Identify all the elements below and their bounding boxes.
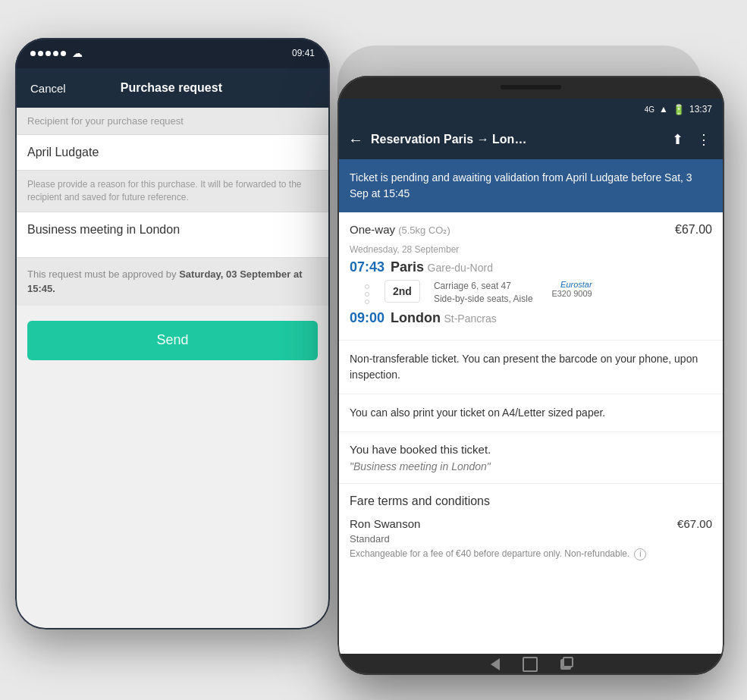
ticket-price: €67.00: [675, 223, 712, 237]
nav-recents-icon[interactable]: [563, 657, 573, 667]
fare-terms-text: Exchangeable for a fee of €40 before dep…: [350, 548, 629, 560]
share-button[interactable]: ⬆: [669, 131, 686, 148]
passenger-row: Ron Swanson €67.00: [350, 517, 712, 530]
journey-dot-2: [365, 292, 369, 297]
phone-right-time: 13:37: [689, 104, 712, 115]
arrival-station-sub: St-Pancras: [444, 312, 496, 325]
phone-right-status-bar: 4G ▲ 🔋 13:37: [337, 99, 724, 120]
arrival-row: 09:00 London St-Pancras: [350, 310, 712, 326]
phone-right: 4G ▲ 🔋 13:37 ← Reservation Paris → Lon… …: [337, 76, 724, 675]
non-transferable-text: Non-transferable ticket. You can present…: [350, 351, 712, 383]
ticket-section: One-way (5.5kg CO₂) €67.00 Wednesday, 28…: [337, 212, 724, 341]
network-indicator: 4G: [645, 105, 654, 114]
fare-terms-row: Exchangeable for a fee of €40 before dep…: [350, 548, 712, 560]
phone-left: ☁ 09:41 Cancel Purchase request Recipien…: [15, 38, 330, 629]
non-transferable-info: Non-transferable ticket. You can present…: [337, 341, 724, 394]
travel-date: Wednesday, 28 September: [350, 244, 712, 255]
co2-label: (5.5kg CO₂): [398, 224, 450, 236]
speaker-grill: [501, 85, 561, 89]
journey-dot-1: [365, 284, 369, 289]
signal-icon: ▲: [659, 104, 668, 115]
journey-dots: [350, 280, 384, 306]
seat-info: 2nd Carriage 6, seat 47 Side-by-side sea…: [384, 280, 592, 306]
nav-back-icon[interactable]: [491, 658, 500, 670]
seat-detail-2: Side-by-side seats, Aisle: [434, 293, 533, 306]
seat-details: Carriage 6, seat 47 Side-by-side seats, …: [434, 280, 533, 306]
phone-right-content: Ticket is pending and awaiting validatio…: [337, 159, 724, 654]
fare-section: Fare terms and conditions Ron Swanson €6…: [337, 484, 724, 571]
reservation-title: Reservation Paris → Lon…: [371, 133, 661, 146]
arrival-time: 09:00: [350, 310, 384, 326]
seat-class: 2nd: [393, 285, 412, 297]
seat-detail-1: Carriage 6, seat 47: [434, 280, 533, 293]
booking-reason: "Business meeting in London": [350, 460, 712, 472]
train-brand: Eurostar: [539, 280, 592, 289]
train-logo: Eurostar E320 9009: [539, 280, 592, 298]
fare-section-title: Fare terms and conditions: [350, 494, 712, 508]
back-button[interactable]: ←: [348, 131, 363, 149]
phone-right-nav-bar: ← Reservation Paris → Lon… ⬆ ⋮: [337, 120, 724, 159]
fare-price: €67.00: [677, 517, 712, 530]
arrival-station: London: [391, 310, 441, 325]
print-text: You can also print your ticket on A4/Let…: [350, 405, 712, 421]
battery-icon: 🔋: [673, 104, 685, 115]
info-icon[interactable]: i: [634, 548, 646, 560]
departure-station-sub: Gare-du-Nord: [428, 262, 493, 274]
print-info: You can also print your ticket on A4/Let…: [337, 394, 724, 432]
departure-time: 07:43: [350, 259, 384, 275]
journey-details: 2nd Carriage 6, seat 47 Side-by-side sea…: [350, 280, 712, 306]
ticket-type: One-way (5.5kg CO₂): [350, 223, 450, 236]
journey-dot-3: [365, 300, 369, 304]
pending-notice: Ticket is pending and awaiting validatio…: [337, 159, 724, 212]
departure-row: 07:43 Paris Gare-du-Nord: [350, 259, 712, 275]
passenger-name: Ron Swanson: [350, 517, 420, 530]
seat-class-box: 2nd: [384, 280, 420, 303]
nav-home-icon[interactable]: [523, 657, 538, 672]
train-number: E320 9009: [539, 289, 592, 298]
departure-station: Paris: [391, 259, 424, 275]
ticket-type-row: One-way (5.5kg CO₂) €67.00: [350, 223, 712, 237]
phone-right-bottom-bar: [337, 654, 724, 675]
phone-left-frame: [15, 38, 330, 629]
fare-class: Standard: [350, 533, 712, 545]
speaker-bar: [337, 76, 724, 99]
booked-title: You have booked this ticket.: [350, 443, 712, 456]
booked-section: You have booked this ticket. "Business m…: [337, 432, 724, 484]
more-menu-button[interactable]: ⋮: [694, 131, 714, 148]
